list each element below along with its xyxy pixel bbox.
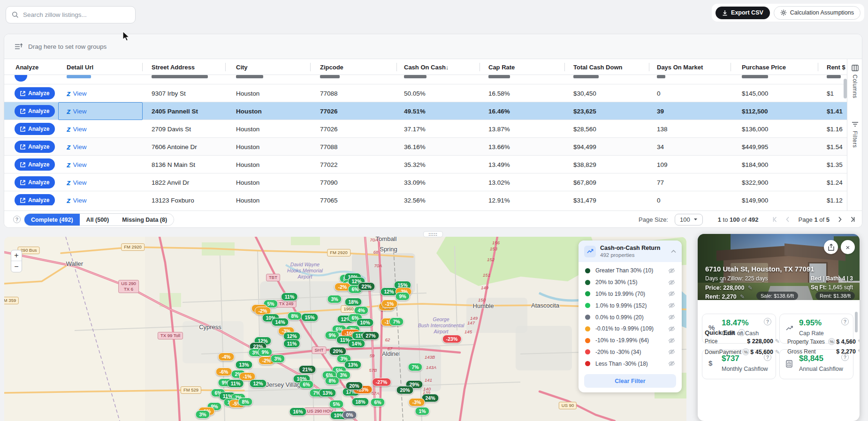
map-marker[interactable]: 11%: [281, 293, 298, 301]
column-header-zipcode[interactable]: Zipcode: [320, 59, 343, 75]
eye-off-icon[interactable]: [668, 268, 675, 274]
eye-off-icon[interactable]: [668, 314, 675, 320]
row-group-dropzone[interactable]: Drag here to set row groups: [4, 34, 862, 59]
column-separator[interactable]: [731, 63, 731, 71]
legend-item-4[interactable]: 0.0% to 0.99% (20): [579, 311, 682, 323]
legend-item-0[interactable]: Greater Than 30% (10): [579, 265, 682, 277]
map-marker[interactable]: 6%: [299, 380, 313, 389]
map-marker[interactable]: 20%: [345, 382, 363, 390]
panel-resize-handle[interactable]: ••••••••••: [423, 231, 443, 237]
share-button[interactable]: [824, 240, 838, 254]
legend-item-1[interactable]: 20% to 30% (15): [579, 277, 682, 288]
eye-off-icon[interactable]: [668, 326, 675, 332]
map-marker[interactable]: 7%: [389, 317, 404, 326]
edit-icon[interactable]: ✎: [858, 338, 860, 345]
edit-icon[interactable]: ✎: [775, 338, 780, 345]
table-row[interactable]: AnalyzezView9307 Irby StHouston7708850.0…: [4, 84, 848, 102]
view-link[interactable]: zView: [67, 173, 87, 191]
percent-toggle[interactable]: %: [742, 348, 749, 355]
column-separator[interactable]: [396, 63, 397, 71]
search-input[interactable]: Search zillow listings...: [6, 6, 136, 23]
table-row[interactable]: AnalyzezView13123 FoxburoHouston7706532.…: [4, 191, 848, 205]
map-marker[interactable]: 11%: [227, 379, 244, 388]
view-link[interactable]: zView: [67, 156, 87, 173]
zoom-in-button[interactable]: +: [11, 250, 22, 261]
quick-edit-field-property-taxes[interactable]: Property Taxes%$ 4,560✎: [787, 338, 860, 345]
analyze-button[interactable]: Analyze: [15, 123, 55, 135]
analyze-button[interactable]: Analyze: [15, 158, 55, 171]
map-marker[interactable]: 5%: [329, 400, 343, 408]
eye-off-icon[interactable]: [668, 338, 675, 344]
map-marker[interactable]: 12%: [249, 379, 266, 388]
analyze-button[interactable]: Analyze: [15, 194, 55, 205]
eye-off-icon[interactable]: [668, 302, 675, 308]
map-marker[interactable]: 13%: [344, 361, 361, 369]
quick-edit-field-gross-rent[interactable]: Gross Rent$ 2,270✎: [787, 348, 860, 355]
map-marker[interactable]: 14%: [271, 318, 289, 326]
column-separator[interactable]: [564, 63, 565, 71]
map-marker[interactable]: 13%: [319, 389, 336, 397]
quick-edit-field-downpayment[interactable]: DownPayment%$ 45,600✎: [705, 348, 780, 355]
legend-item-3[interactable]: 1.0% to 9.99% (152): [579, 300, 682, 311]
tab-filters[interactable]: Filters: [847, 121, 862, 148]
map-marker[interactable]: 15%: [301, 313, 318, 322]
first-page-button[interactable]: [772, 217, 779, 222]
quick-edit-field-price[interactable]: Price$ 228,000✎: [705, 338, 780, 345]
view-link[interactable]: zView: [67, 191, 87, 205]
map-marker[interactable]: 22%: [358, 282, 375, 291]
map-marker[interactable]: 6%: [370, 398, 385, 406]
map-marker[interactable]: 7%: [408, 363, 422, 371]
legend-item-8[interactable]: Less Than -30% (18): [579, 358, 682, 369]
column-header-purchase-price[interactable]: Purchase Price: [742, 59, 786, 75]
column-separator[interactable]: [818, 63, 818, 71]
next-page-button[interactable]: [838, 217, 842, 222]
map-marker[interactable]: 8%: [325, 376, 339, 385]
legend-header[interactable]: Cash-on-Cash Return 492 properties: [579, 241, 682, 262]
column-header-cash-on-cash[interactable]: Cash On Cash ↓: [404, 59, 449, 75]
column-header-cap-rate[interactable]: Cap Rate: [488, 59, 515, 75]
map-marker[interactable]: 21%: [298, 365, 316, 374]
dataset-tab-1[interactable]: All (500): [80, 214, 116, 226]
map-marker[interactable]: 0%: [342, 411, 357, 419]
map-marker[interactable]: -27%: [372, 378, 391, 386]
map-marker[interactable]: 16%: [289, 407, 306, 416]
table-row[interactable]: AnalyzezView2709 Davis StHouston7702637.…: [4, 120, 848, 138]
eye-off-icon[interactable]: [668, 279, 675, 286]
map-marker[interactable]: -1%: [381, 300, 398, 308]
map-marker[interactable]: -6%: [216, 368, 232, 376]
clear-filter-button[interactable]: Clear Filter: [584, 374, 676, 388]
column-header-street-address[interactable]: Street Address: [152, 59, 195, 75]
legend-item-7[interactable]: -20% to -30% (34): [579, 346, 682, 358]
column-header-detail-url[interactable]: Detail Url: [67, 59, 93, 75]
table-row[interactable]: AnalyzezView7606 Antoine DrHouston770883…: [4, 138, 848, 156]
last-page-button[interactable]: [849, 217, 855, 222]
map-marker[interactable]: 13%: [235, 361, 252, 369]
column-separator[interactable]: [225, 63, 226, 71]
map-marker[interactable]: 8%: [287, 312, 302, 320]
map-marker[interactable]: 1%: [415, 407, 429, 415]
analyze-button[interactable]: Analyze: [15, 141, 55, 153]
prev-page-button[interactable]: [785, 217, 790, 222]
dataset-tab-0[interactable]: Complete (492): [24, 214, 80, 226]
eye-off-icon[interactable]: [668, 291, 675, 297]
map-marker[interactable]: 11%: [283, 339, 300, 348]
tab-columns[interactable]: Columns: [847, 65, 862, 98]
table-row[interactable]: AnalyzezView2405 Pannell StHouston770264…: [4, 102, 848, 120]
map-marker[interactable]: 3%: [270, 354, 285, 363]
table-row[interactable]: AnalyzezView1822 Anvil DrHouston7709033.…: [4, 173, 848, 191]
quick-edit-help-icon[interactable]: ?: [738, 329, 745, 336]
dataset-tab-2[interactable]: Missing Data (8): [115, 214, 174, 226]
map-marker[interactable]: -23%: [442, 335, 462, 343]
eye-off-icon[interactable]: [668, 361, 675, 367]
edit-rent-icon[interactable]: ✎: [740, 293, 745, 300]
edit-price-icon[interactable]: ✎: [748, 285, 753, 291]
map-marker[interactable]: -3%: [409, 398, 425, 406]
column-header-total-cash-down[interactable]: Total Cash Down: [573, 59, 622, 75]
page-size-select[interactable]: 100: [675, 214, 703, 226]
map-marker[interactable]: 18%: [344, 298, 362, 306]
column-header-days-on-market[interactable]: Days On Market: [657, 59, 703, 75]
metric-help-icon[interactable]: ?: [841, 318, 849, 325]
column-separator[interactable]: [142, 63, 143, 71]
close-icon[interactable]: ×: [841, 240, 855, 254]
zoom-out-button[interactable]: −: [11, 261, 22, 272]
